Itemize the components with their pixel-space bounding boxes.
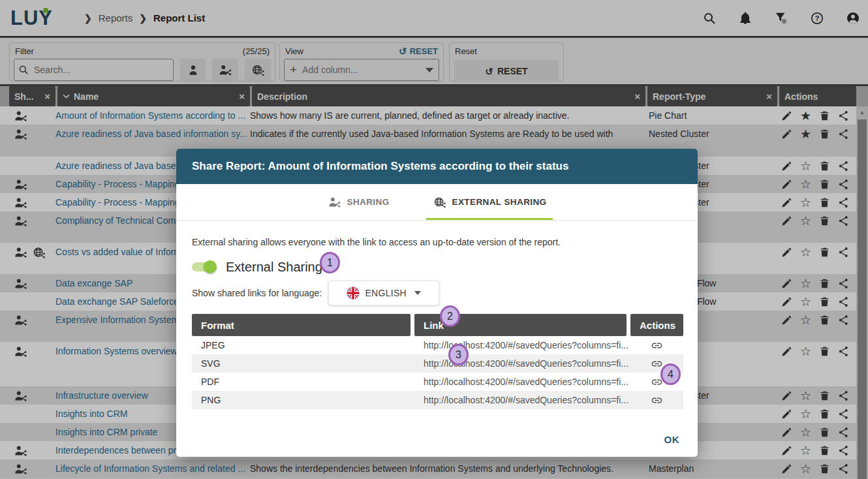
modal-title: Share Report: Amount of Information Syst…	[192, 160, 568, 173]
modal-body: External sharing allows everyone with th…	[176, 237, 698, 409]
tab-sharing[interactable]: SHARING	[321, 184, 396, 220]
uk-flag-icon	[347, 286, 360, 300]
format-row: PNGhttp://localhost:4200/#/savedQueries?…	[192, 391, 683, 409]
copy-link-icon[interactable]	[651, 394, 664, 407]
annotation-2: 2	[440, 305, 460, 327]
format-name: SVG	[192, 358, 414, 369]
format-name: PDF	[192, 377, 414, 387]
format-row: PDFhttp://localhost:4200/#/savedQueries?…	[192, 373, 683, 391]
share-link[interactable]: http://localhost:4200/#/savedQueries?col…	[414, 358, 630, 369]
share-link[interactable]: http://localhost:4200/#/savedQueries?col…	[414, 377, 630, 387]
annotation-3: 3	[448, 344, 469, 365]
dropdown-caret-icon	[414, 291, 421, 295]
copy-link-icon[interactable]	[651, 339, 664, 352]
external-sharing-description: External sharing allows everyone with th…	[192, 237, 682, 247]
share-report-modal: Share Report: Amount of Information Syst…	[176, 149, 698, 457]
modal-title-bar: Share Report: Amount of Information Syst…	[176, 149, 698, 184]
share-link[interactable]: http://localhost:4200/#/savedQueries?col…	[414, 395, 630, 405]
format-column-header: Format	[192, 314, 411, 336]
report-list-page: LUY ❯ Reports ❯ Report List ?	[0, 0, 868, 479]
language-select[interactable]: ENGLISH	[328, 281, 439, 305]
format-name: PNG	[192, 395, 414, 405]
format-table: Format Link Actions JPEGhttp://localhost…	[192, 314, 683, 409]
external-sharing-heading: External Sharing	[226, 260, 322, 275]
format-name: JPEG	[192, 340, 414, 350]
annotation-4: 4	[660, 363, 681, 385]
actions-column-header: Actions	[630, 314, 683, 336]
ok-button[interactable]: OK	[662, 430, 683, 449]
link-actions	[630, 339, 683, 352]
tab-external-sharing[interactable]: EXTERNAL SHARING	[426, 184, 553, 220]
language-label: Show shared links for language:	[192, 288, 322, 298]
format-table-body: JPEGhttp://localhost:4200/#/savedQueries…	[192, 336, 683, 409]
link-actions	[630, 394, 683, 407]
share-link[interactable]: http://localhost:4200/#/savedQueries?col…	[414, 340, 630, 350]
user-share-icon	[328, 196, 341, 208]
format-row: SVGhttp://localhost:4200/#/savedQueries?…	[192, 354, 683, 373]
format-row: JPEGhttp://localhost:4200/#/savedQueries…	[192, 336, 683, 354]
annotation-1: 1	[320, 252, 340, 273]
modal-tabs: SHARING EXTERNAL SHARING	[176, 184, 698, 221]
language-value: ENGLISH	[365, 288, 407, 298]
external-sharing-toggle[interactable]	[192, 262, 215, 271]
globe-share-icon	[433, 196, 446, 208]
